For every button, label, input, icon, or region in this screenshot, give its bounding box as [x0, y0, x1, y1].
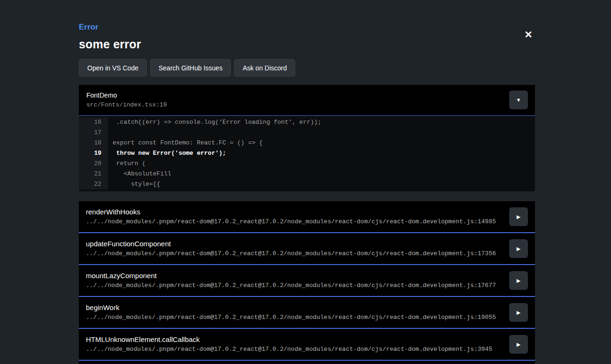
stack-frame: renderWithHooks ../../node_modules/.pnpm… — [79, 201, 535, 233]
stack-frame-function-name: beginWork — [86, 303, 528, 311]
line-text: .catch((err) => console.log('Error loadi… — [108, 117, 321, 128]
stack-frame-function-name: mountLazyComponent — [86, 272, 528, 280]
play-icon: ▶ — [517, 278, 520, 283]
play-icon: ▶ — [517, 341, 520, 347]
line-number: 20 — [79, 159, 108, 169]
action-buttons: Open in VS Code Search GitHub Issues Ask… — [79, 59, 535, 76]
code-line: 17 — [79, 128, 535, 138]
stack-frame-function-name: updateFunctionComponent — [86, 240, 528, 248]
expand-stack-frame-button[interactable]: ▶ — [509, 303, 528, 322]
stack-frame-location: ../../node_modules/.pnpm/react-dom@17.0.… — [86, 282, 528, 289]
collapse-code-frame-button[interactable]: ▼ — [509, 91, 528, 109]
line-number: 21 — [79, 169, 108, 179]
code-frame-location: src/Fonts/index.tsx:19 — [86, 101, 527, 108]
play-icon: ▶ — [517, 310, 520, 315]
code-line: 20 return ( — [79, 159, 535, 169]
code-line: 21 <AbsoluteFill — [79, 169, 535, 179]
stack-frame: updateFunctionComponent ../../node_modul… — [79, 233, 535, 265]
stack-frame-function-name: HTMLUnknownElement.callCallback — [86, 335, 528, 343]
stack-trace-list: renderWithHooks ../../node_modules/.pnpm… — [79, 201, 535, 364]
line-text: throw new Error('some error'); — [108, 148, 226, 159]
line-text: return ( — [108, 159, 145, 169]
chevron-down-icon: ▼ — [516, 97, 521, 103]
stack-frame-partial: ▶ — [79, 361, 535, 364]
code-frame-function-name: FontDemo — [86, 91, 527, 99]
stack-frame-location: ../../node_modules/.pnpm/react-dom@17.0.… — [86, 346, 528, 353]
line-text: style={{ — [108, 179, 160, 190]
code-line: 18export const FontDemo: React.FC = () =… — [79, 138, 535, 148]
play-icon: ▶ — [517, 246, 520, 251]
code-frame: FontDemo src/Fonts/index.tsx:19 ▼ 16 .ca… — [79, 85, 535, 191]
line-number: 19 — [79, 148, 108, 159]
code-line: 22 style={{ — [79, 179, 535, 190]
code-line: 16 .catch((err) => console.log('Error lo… — [79, 117, 535, 128]
code-line-highlighted: 19 throw new Error('some error'); — [79, 148, 535, 159]
close-icon: ✕ — [524, 29, 533, 40]
stack-frame-location: ../../node_modules/.pnpm/react-dom@17.0.… — [86, 314, 528, 321]
open-in-vscode-button[interactable]: Open in VS Code — [79, 59, 147, 76]
stack-frame-function-name: renderWithHooks — [86, 208, 528, 216]
line-number: 17 — [79, 128, 108, 138]
stack-frame: HTMLUnknownElement.callCallback ../../no… — [79, 329, 535, 361]
stack-frame-location: ../../node_modules/.pnpm/react-dom@17.0.… — [86, 218, 528, 225]
play-icon: ▶ — [517, 214, 520, 220]
search-github-issues-button[interactable]: Search GitHub Issues — [150, 59, 231, 76]
expand-stack-frame-button[interactable]: ▶ — [509, 271, 528, 290]
close-button[interactable]: ✕ — [520, 27, 537, 42]
code-frame-header: FontDemo src/Fonts/index.tsx:19 ▼ — [79, 85, 535, 116]
expand-stack-frame-button[interactable]: ▶ — [509, 335, 528, 354]
line-number: 22 — [79, 179, 108, 190]
stack-frame-location: ../../node_modules/.pnpm/react-dom@17.0.… — [86, 250, 528, 257]
expand-stack-frame-button[interactable]: ▶ — [509, 207, 528, 226]
error-kind-label: Error — [79, 23, 535, 32]
line-text: export const FontDemo: React.FC = () => … — [108, 138, 263, 148]
error-overlay: Error some error Open in VS Code Search … — [79, 0, 535, 364]
line-text — [108, 128, 113, 138]
line-number: 18 — [79, 138, 108, 148]
error-message: some error — [79, 38, 535, 51]
line-text: <AbsoluteFill — [108, 169, 171, 179]
ask-on-discord-button[interactable]: Ask on Discord — [234, 59, 295, 76]
stack-frame: mountLazyComponent ../../node_modules/.p… — [79, 265, 535, 297]
expand-stack-frame-button[interactable]: ▶ — [509, 239, 528, 258]
line-number: 16 — [79, 117, 108, 128]
code-block: 16 .catch((err) => console.log('Error lo… — [79, 116, 535, 191]
stack-frame: beginWork ../../node_modules/.pnpm/react… — [79, 297, 535, 329]
